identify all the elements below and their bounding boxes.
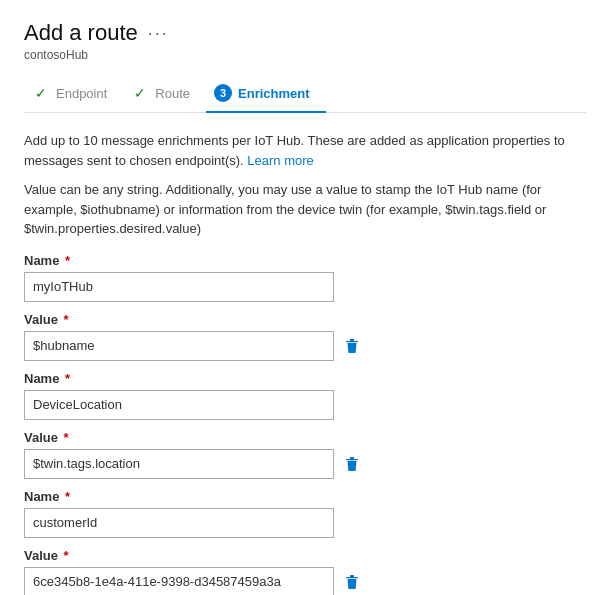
svg-rect-5 [346, 577, 358, 578]
enrichment-0-name-required: * [65, 253, 70, 268]
enrichment-1-value-group: Value * [24, 430, 586, 479]
enrichment-2-value-group: Value * [24, 548, 586, 596]
step-enrichment-label: Enrichment [238, 86, 310, 101]
learn-more-link[interactable]: Learn more [247, 153, 313, 168]
enrichment-1-name-group: Name * [24, 371, 586, 420]
enrichment-0-value-required: * [64, 312, 69, 327]
enrichment-2-name-required: * [65, 489, 70, 504]
description: Add up to 10 message enrichments per IoT… [24, 131, 586, 239]
enrichment-2-value-input[interactable] [24, 567, 334, 596]
enrichment-0-value-input[interactable] [24, 331, 334, 361]
desc-para2: Value can be any string. Additionally, y… [24, 180, 586, 239]
enrichment-2-name-input[interactable] [24, 508, 334, 538]
step-endpoint-label: Endpoint [56, 86, 107, 101]
enrichment-1-delete-button[interactable] [342, 454, 362, 474]
svg-rect-4 [350, 575, 354, 577]
enrichment-2-value-label: Value * [24, 548, 586, 563]
enrichment-1-value-required: * [64, 430, 69, 445]
enrichment-0-name-input[interactable] [24, 272, 334, 302]
enrichment-1-name-required: * [65, 371, 70, 386]
enrichment-1-name-input[interactable] [24, 390, 334, 420]
svg-rect-2 [350, 457, 354, 459]
step-route-icon: ✓ [131, 84, 149, 102]
svg-rect-0 [350, 339, 354, 341]
step-route[interactable]: ✓ Route [123, 76, 206, 112]
ellipsis-menu-button[interactable]: ··· [148, 23, 169, 44]
step-endpoint-icon: ✓ [32, 84, 50, 102]
page-title: Add a route [24, 20, 138, 46]
enrichment-1-name-label: Name * [24, 371, 586, 386]
enrichment-1-value-input[interactable] [24, 449, 334, 479]
svg-rect-1 [346, 341, 358, 342]
enrichment-2-delete-button[interactable] [342, 572, 362, 592]
enrichment-1-value-label: Value * [24, 430, 586, 445]
enrichment-2-name-label: Name * [24, 489, 586, 504]
step-enrichment[interactable]: 3 Enrichment [206, 76, 326, 112]
enrichment-0-name-group: Name * [24, 253, 586, 302]
svg-rect-3 [346, 459, 358, 460]
enrichment-0-value-group: Value * [24, 312, 586, 361]
step-endpoint[interactable]: ✓ Endpoint [24, 76, 123, 112]
subtitle: contosoHub [24, 48, 586, 62]
desc-para1: Add up to 10 message enrichments per IoT… [24, 131, 586, 170]
steps-bar: ✓ Endpoint ✓ Route 3 Enrichment [24, 76, 586, 113]
enrichment-2-name-group: Name * [24, 489, 586, 538]
enrichment-2-value-required: * [64, 548, 69, 563]
step-enrichment-icon: 3 [214, 84, 232, 102]
enrichment-0-delete-button[interactable] [342, 336, 362, 356]
step-route-label: Route [155, 86, 190, 101]
enrichment-list: Name * Value * [24, 253, 586, 596]
enrichment-0-value-label: Value * [24, 312, 586, 327]
enrichment-0-name-label: Name * [24, 253, 586, 268]
